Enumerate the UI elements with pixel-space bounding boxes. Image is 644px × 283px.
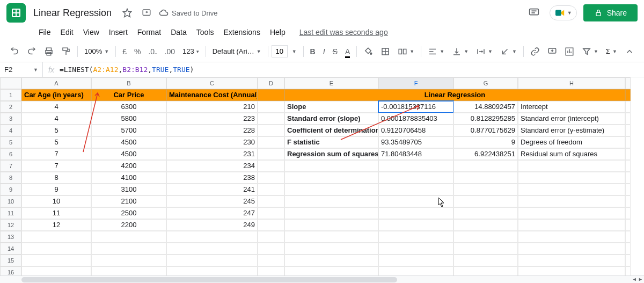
cell-G13[interactable] — [453, 231, 518, 243]
move-to-icon[interactable] — [140, 6, 153, 20]
row-header-4[interactable]: 4 — [0, 125, 21, 136]
fill-color-button[interactable] — [360, 43, 376, 60]
doc-title[interactable]: Linear Regression — [30, 6, 115, 20]
cell-C16[interactable] — [166, 266, 258, 275]
cell-F16[interactable] — [378, 266, 453, 275]
cell-E7[interactable] — [284, 160, 378, 172]
cell-H6[interactable]: Residual sum of squares — [518, 148, 625, 160]
insert-link-button[interactable] — [527, 43, 543, 60]
print-button[interactable] — [41, 43, 57, 60]
cell-B8[interactable]: 4100 — [91, 172, 166, 184]
cell-F11[interactable] — [378, 207, 453, 219]
insert-comment-button[interactable] — [544, 43, 560, 60]
cell-B12[interactable]: 2200 — [91, 219, 166, 231]
column-header-H[interactable]: H — [518, 77, 625, 89]
cell-F13[interactable] — [378, 231, 453, 243]
cell-C3[interactable]: 223 — [166, 113, 258, 125]
cell-G5[interactable]: 9 — [453, 136, 518, 148]
spreadsheet-grid[interactable]: ABCDEFGH1Car Age (in years)Car PriceMain… — [0, 77, 631, 275]
cell-C12[interactable]: 249 — [166, 219, 258, 231]
cell-A16[interactable] — [21, 266, 91, 275]
cell-F7[interactable] — [378, 160, 453, 172]
row-header-8[interactable]: 8 — [0, 172, 21, 184]
cell-G12[interactable] — [453, 219, 518, 231]
name-box[interactable]: F2 ▼ — [0, 62, 43, 77]
column-header-C[interactable]: C — [166, 77, 258, 89]
cell-H5[interactable]: Degrees of freedom — [518, 136, 625, 148]
cell-B14[interactable] — [91, 243, 166, 255]
cell-D1[interactable] — [258, 89, 284, 101]
row-header-14[interactable]: 14 — [0, 243, 21, 255]
cell-B13[interactable] — [91, 231, 166, 243]
cell-H13[interactable] — [518, 231, 625, 243]
cell-linreg-title[interactable]: Linear Regression — [284, 89, 625, 101]
cell-C1[interactable]: Maintenance Cost (Annual) — [166, 89, 258, 101]
cell-D16[interactable] — [258, 266, 284, 275]
cell-B16[interactable] — [91, 266, 166, 275]
meet-icon[interactable]: ▼ — [550, 5, 577, 20]
cell-G10[interactable] — [453, 195, 518, 207]
borders-button[interactable] — [377, 43, 393, 60]
row-header-7[interactable]: 7 — [0, 160, 21, 172]
cell-D11[interactable] — [258, 207, 284, 219]
cell-C10[interactable]: 245 — [166, 195, 258, 207]
cell-D6[interactable] — [258, 148, 284, 160]
column-header-F[interactable]: F — [378, 77, 453, 89]
increase-decimal-button[interactable]: .00 — [162, 44, 178, 59]
row-header-5[interactable]: 5 — [0, 136, 21, 148]
cell-D15[interactable] — [258, 255, 284, 266]
text-rotation-dropdown[interactable]: ▼ — [497, 45, 520, 59]
row-header-3[interactable]: 3 — [0, 113, 21, 125]
cell-H2[interactable]: Intercept — [518, 101, 625, 113]
cell-A14[interactable] — [21, 243, 91, 255]
cell-B3[interactable]: 5800 — [91, 113, 166, 125]
zoom-dropdown[interactable]: 100% ▼ — [81, 45, 112, 57]
cell-D10[interactable] — [258, 195, 284, 207]
cell-B5[interactable]: 4500 — [91, 136, 166, 148]
cell-E6[interactable]: Regression sum of squares — [284, 148, 378, 160]
text-color-button[interactable]: A — [342, 44, 353, 59]
cell-E5[interactable]: F statistic — [284, 136, 378, 148]
cell-D13[interactable] — [258, 231, 284, 243]
cell-A9[interactable]: 9 — [21, 184, 91, 195]
font-dropdown[interactable]: Default (Ari… ▼ — [209, 45, 265, 57]
cell-A15[interactable] — [21, 255, 91, 266]
collapse-toolbar-button[interactable] — [621, 43, 638, 60]
font-size-dropdown-icon[interactable]: ▼ — [289, 49, 300, 54]
cell-B7[interactable]: 4200 — [91, 160, 166, 172]
cell-H12[interactable] — [518, 219, 625, 231]
cell-A7[interactable]: 7 — [21, 160, 91, 172]
share-button[interactable]: Share — [583, 4, 638, 21]
cell-A8[interactable]: 8 — [21, 172, 91, 184]
cell-G8[interactable] — [453, 172, 518, 184]
cell-F12[interactable] — [378, 219, 453, 231]
functions-dropdown[interactable]: Σ ▼ — [603, 45, 620, 57]
cell-F8[interactable] — [378, 172, 453, 184]
cell-F5[interactable]: 93.35489705 — [378, 136, 453, 148]
menu-help[interactable]: Help — [266, 26, 290, 39]
cell-G3[interactable]: 0.8128295285 — [453, 113, 518, 125]
cell-G6[interactable]: 6.922438251 — [453, 148, 518, 160]
column-header-B[interactable]: B — [91, 77, 166, 89]
row-header-6[interactable]: 6 — [0, 148, 21, 160]
insert-chart-button[interactable] — [561, 43, 577, 60]
cell-A6[interactable]: 7 — [21, 148, 91, 160]
cell-E14[interactable] — [284, 243, 378, 255]
cell-E2[interactable]: Slope — [284, 101, 378, 113]
cell-A13[interactable] — [21, 231, 91, 243]
cell-E4[interactable]: Coefficient of determination — [284, 125, 378, 136]
cell-H4[interactable]: Standard error (y-estimate) — [518, 125, 625, 136]
menu-insert[interactable]: Insert — [105, 26, 132, 39]
cell-E15[interactable] — [284, 255, 378, 266]
decrease-decimal-button[interactable]: .0_ — [145, 44, 160, 59]
cell-E8[interactable] — [284, 172, 378, 184]
cell-E13[interactable] — [284, 231, 378, 243]
cell-C6[interactable]: 231 — [166, 148, 258, 160]
cell-A1[interactable]: Car Age (in years) — [21, 89, 91, 101]
cell-C15[interactable] — [166, 255, 258, 266]
cell-F3[interactable]: 0.0001878835403 — [378, 113, 453, 125]
cell-B15[interactable] — [91, 255, 166, 266]
cell-G16[interactable] — [453, 266, 518, 275]
cell-A12[interactable]: 12 — [21, 219, 91, 231]
cell-B6[interactable]: 4500 — [91, 148, 166, 160]
